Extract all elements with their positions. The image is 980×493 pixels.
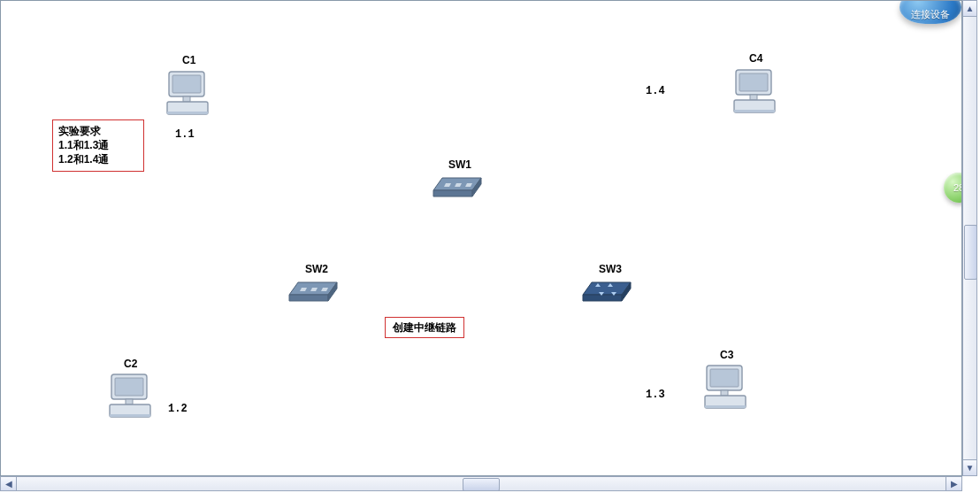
node-sw3-label: SW3 xyxy=(599,263,622,275)
trunk-link-box: 创建中继链路 xyxy=(385,317,464,338)
requirements-box: 实验要求1.1和1.3通1.2和1.4通 xyxy=(52,119,144,172)
svg-rect-31 xyxy=(126,399,133,404)
svg-marker-17 xyxy=(289,295,328,301)
scroll-track[interactable] xyxy=(17,477,946,490)
switch-icon[interactable] xyxy=(287,277,339,304)
diagram-canvas[interactable]: 连接设备 28 实验要求1.1和1.3通1.2和1.4通 创建中继链路 C1 1… xyxy=(0,0,962,476)
svg-rect-38 xyxy=(705,405,746,408)
pc-icon[interactable] xyxy=(104,371,157,424)
node-sw2-label: SW2 xyxy=(305,263,328,275)
requirements-line: 1.2和1.4通 xyxy=(58,152,138,166)
pc-icon[interactable] xyxy=(162,68,215,121)
scroll-down-button[interactable]: ▼ xyxy=(963,459,976,475)
switch-icon[interactable] xyxy=(581,277,632,304)
node-c2-label: C2 xyxy=(124,358,137,370)
node-sw1-label: SW1 xyxy=(448,158,471,171)
svg-marker-23 xyxy=(583,295,622,301)
node-c1-label: C1 xyxy=(182,54,195,66)
pc-icon[interactable] xyxy=(700,362,753,415)
connect-device-button[interactable]: 连接设备 xyxy=(900,0,961,24)
scroll-up-button[interactable]: ▲ xyxy=(963,1,976,17)
node-c3-ip: 1.3 xyxy=(646,389,665,401)
node-c4-ip: 1.4 xyxy=(646,85,665,97)
svg-rect-36 xyxy=(721,390,728,396)
count-badge-value: 28 xyxy=(953,182,962,193)
horizontal-scrollbar[interactable]: ◀ ▶ xyxy=(0,476,962,491)
requirements-line: 1.1和1.3通 xyxy=(58,138,138,152)
vertical-scrollbar[interactable]: ▲ ▼ xyxy=(962,0,977,476)
requirements-line: 实验要求 xyxy=(58,124,138,138)
node-c2-ip: 1.2 xyxy=(168,403,188,415)
scroll-right-button[interactable]: ▶ xyxy=(946,477,961,490)
svg-rect-4 xyxy=(167,112,208,114)
connect-device-label: 连接设备 xyxy=(911,8,950,21)
svg-marker-11 xyxy=(433,190,472,196)
node-c1-ip: 1.1 xyxy=(175,128,195,141)
scroll-thumb[interactable] xyxy=(463,478,500,491)
count-badge[interactable]: 28 xyxy=(944,173,962,203)
switch-icon[interactable] xyxy=(432,173,483,199)
svg-rect-30 xyxy=(115,378,143,396)
node-c3-label: C3 xyxy=(720,349,733,361)
svg-rect-7 xyxy=(750,95,757,100)
svg-rect-9 xyxy=(734,110,775,112)
node-c4-label: C4 xyxy=(749,52,762,65)
svg-rect-1 xyxy=(172,75,201,93)
trunk-link-text: 创建中继链路 xyxy=(393,321,456,334)
svg-rect-33 xyxy=(110,414,150,417)
pc-icon[interactable] xyxy=(729,66,782,119)
scroll-track[interactable] xyxy=(963,17,976,459)
svg-rect-2 xyxy=(183,96,190,102)
scroll-left-button[interactable]: ◀ xyxy=(1,477,17,490)
scroll-thumb[interactable] xyxy=(964,225,977,280)
svg-rect-35 xyxy=(710,369,739,387)
svg-rect-6 xyxy=(739,73,768,91)
